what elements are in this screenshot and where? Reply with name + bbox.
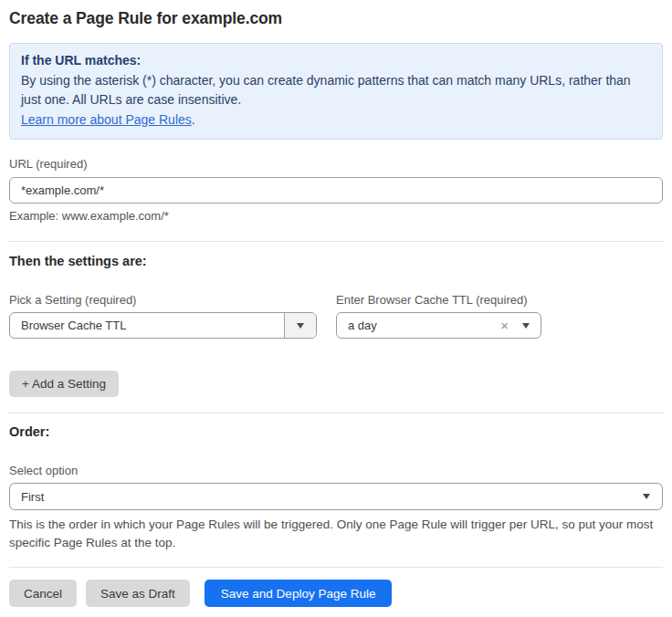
settings-selects-row: Browser Cache TTL a day × xyxy=(9,312,663,339)
section-divider xyxy=(9,241,663,242)
setting-picker-select[interactable]: Browser Cache TTL xyxy=(9,312,317,339)
setting-picker-caret-button[interactable] xyxy=(284,313,316,338)
url-example-helper: Example: www.example.com/* xyxy=(9,209,663,224)
chevron-down-icon xyxy=(643,494,650,499)
setting-picker-value: Browser Cache TTL xyxy=(10,319,284,332)
learn-more-link[interactable]: Learn more about Page Rules xyxy=(21,112,192,127)
ttl-caret-wrap[interactable] xyxy=(522,323,530,329)
ttl-picker-label: Enter Browser Cache TTL (required) xyxy=(336,293,663,307)
clear-icon[interactable]: × xyxy=(500,319,509,332)
chevron-down-icon xyxy=(297,323,304,329)
section-divider xyxy=(9,413,663,413)
info-box-body: By using the asterisk (*) character, you… xyxy=(21,71,651,110)
order-caret-wrap xyxy=(643,494,650,499)
chevron-down-icon xyxy=(522,323,530,329)
settings-section-heading: Then the settings are: xyxy=(9,254,663,269)
settings-labels-row: Pick a Setting (required) Enter Browser … xyxy=(9,293,663,307)
order-select[interactable]: First xyxy=(9,483,663,510)
setting-picker-label: Pick a Setting (required) xyxy=(9,293,336,307)
create-page-rule-panel: Create a Page Rule for example.com If th… xyxy=(0,0,672,607)
order-helper-text: This is the order in which your Page Rul… xyxy=(9,516,663,552)
section-divider xyxy=(9,567,663,568)
order-select-label: Select option xyxy=(9,464,663,477)
order-section-heading: Order: xyxy=(9,424,663,440)
url-field-label: URL (required) xyxy=(9,157,663,171)
link-suffix: . xyxy=(192,112,195,127)
order-select-value: First xyxy=(10,490,643,504)
page-title: Create a Page Rule for example.com xyxy=(9,7,663,29)
url-match-info-box: If the URL matches: By using the asteris… xyxy=(9,43,663,140)
url-input[interactable] xyxy=(9,177,663,204)
actions-row: Cancel Save as Draft Save and Deploy Pag… xyxy=(9,580,663,607)
save-and-deploy-button[interactable]: Save and Deploy Page Rule xyxy=(205,580,393,607)
add-setting-button[interactable]: + Add a Setting xyxy=(9,371,119,397)
ttl-picker-value: a day xyxy=(337,319,500,332)
cancel-button[interactable]: Cancel xyxy=(9,580,77,607)
save-as-draft-button[interactable]: Save as Draft xyxy=(86,580,190,607)
info-box-heading: If the URL matches: xyxy=(21,51,651,71)
info-box-link-line: Learn more about Page Rules. xyxy=(21,110,651,131)
ttl-picker-select[interactable]: a day × xyxy=(336,312,541,339)
